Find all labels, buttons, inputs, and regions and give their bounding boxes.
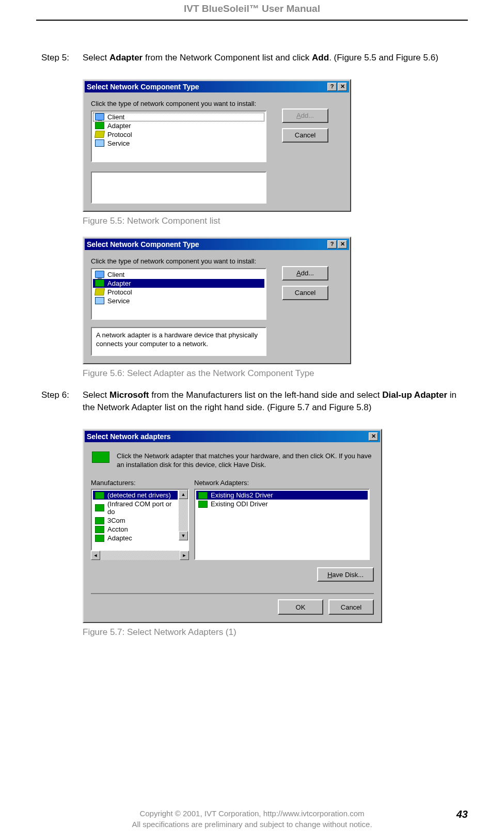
adapters-list[interactable]: Existing Ndis2 Driver Existing ODI Drive… [194, 489, 370, 560]
dialog-56-list[interactable]: Client Adapter Protocol Service [91, 268, 266, 320]
scroll-down-icon[interactable]: ▼ [179, 531, 188, 540]
list-item-service[interactable]: Service [93, 297, 264, 305]
page-content: Step 5: Select Adapter from the Network … [0, 21, 504, 637]
step5-b2: Add [312, 53, 329, 63]
ok-button[interactable]: OK [278, 599, 323, 615]
have-disk-button[interactable]: Have Disk... [317, 567, 374, 582]
scroll-right-icon[interactable]: ► [180, 551, 189, 560]
help-icon[interactable]: ? [327, 240, 337, 248]
mfr3: Accton [107, 525, 128, 533]
scroll-up-icon[interactable]: ▲ [179, 490, 188, 499]
dialog-55-desc-empty [91, 172, 266, 204]
scroll-track-h[interactable] [100, 551, 180, 560]
step-5-label: Step 5: [41, 52, 83, 65]
step6-mid: from the Manufacturers list on the left-… [149, 390, 382, 400]
service-icon [95, 297, 104, 304]
protocol-icon [94, 131, 105, 138]
footer-line1: Copyright © 2001, IVT Corporation, http:… [36, 808, 468, 819]
adp-item-ndis2[interactable]: Existing Ndis2 Driver [196, 491, 368, 500]
close-icon[interactable]: ✕ [338, 83, 347, 91]
item-protocol-label: Protocol [107, 131, 132, 138]
adapter-icon [95, 122, 104, 129]
item56-protocol: Protocol [107, 288, 132, 296]
adapter-icon [95, 526, 104, 533]
step6-pre: Select [83, 390, 109, 400]
dialog-56-instruction: Click the type of network component you … [91, 257, 343, 265]
dialog-55: Select Network Component Type ? ✕ Click … [83, 79, 351, 212]
step-6-label: Step 6: [41, 389, 83, 414]
mfr2: 3Com [107, 517, 125, 524]
monitor-icon [95, 113, 104, 120]
cancel-button[interactable]: Cancel [328, 599, 374, 615]
dialog-57-title: Select Network adapters [87, 432, 171, 441]
help-icon[interactable]: ? [327, 83, 337, 91]
list-item-protocol[interactable]: Protocol [93, 288, 264, 297]
mfr-item-adaptec[interactable]: Adaptec [93, 534, 178, 542]
adapter-large-icon [92, 452, 109, 463]
page-footer: Copyright © 2001, IVT Corporation, http:… [0, 808, 504, 830]
adapters-label: Network Adapters: [194, 479, 370, 487]
dialog-55-titlebar: Select Network Component Type ? ✕ [85, 81, 349, 92]
step-5: Step 5: Select Adapter from the Network … [41, 52, 463, 65]
dialog-55-list[interactable]: Client Adapter Protocol Service [91, 111, 266, 162]
dialog-57-intro: Click the Network adapter that matches y… [117, 452, 373, 470]
dialog-56-title: Select Network Component Type [87, 240, 199, 248]
mfr-item-accton[interactable]: Accton [93, 525, 178, 534]
adapter-icon [95, 492, 104, 499]
adapter-icon [95, 504, 104, 511]
dialog-56-desc: A network adapter is a hardware device t… [91, 327, 266, 356]
mfr-item-3com[interactable]: 3Com [93, 516, 178, 525]
adp-item-odi[interactable]: Existing ODI Driver [196, 500, 368, 508]
adp0: Existing Ndis2 Driver [211, 491, 273, 499]
close-icon[interactable]: ✕ [338, 240, 347, 248]
close-icon[interactable]: ✕ [369, 432, 378, 441]
manufacturers-label: Manufacturers: [91, 479, 189, 487]
page-header-title: IVT BlueSoleil™ User Manual [0, 0, 504, 14]
dialog-56-titlebar: Select Network Component Type ? ✕ [85, 239, 349, 250]
step5-pre: Select [83, 53, 109, 63]
dialog-55-cancel-button[interactable]: Cancel [282, 128, 328, 143]
manufacturers-list[interactable]: (detected net drivers) (Infrared COM por… [91, 489, 189, 551]
list-item-protocol[interactable]: Protocol [93, 130, 264, 139]
mfr1: (Infrared COM port or do [107, 500, 176, 516]
step5-after: . (Figure 5.5 and Figure 5.6) [329, 53, 438, 63]
item-adapter-label: Adapter [107, 122, 131, 130]
dialog-57-titlebar: Select Network adapters ✕ [85, 431, 380, 442]
mfr4: Adaptec [107, 534, 132, 542]
service-icon [95, 139, 104, 147]
mfr-item-infrared[interactable]: (Infrared COM port or do [93, 500, 178, 516]
dialog-55-instruction: Click the type of network component you … [91, 100, 343, 107]
dialog-55-add-button[interactable]: Add... [282, 108, 328, 123]
item56-client: Client [107, 271, 124, 278]
adapter-icon [95, 279, 104, 287]
item-client-label: Client [107, 113, 124, 121]
step-5-text: Select Adapter from the Network Componen… [83, 52, 463, 65]
scroll-track[interactable] [179, 499, 188, 531]
list-item-client[interactable]: Client [93, 113, 264, 121]
dialog-56-add-button[interactable]: Add... [282, 266, 328, 281]
item56-adapter: Adapter [107, 279, 131, 287]
figure-55-caption: Figure 5.5: Network Component list [83, 216, 463, 226]
step-6-text: Select Microsoft from the Manufacturers … [83, 389, 463, 414]
adapter-icon [95, 535, 104, 542]
dialog-57: Select Network adapters ✕ Click the Netw… [83, 429, 382, 623]
monitor-icon [95, 271, 104, 278]
page-number: 43 [456, 808, 468, 820]
mfr0: (detected net drivers) [107, 491, 171, 499]
step6-b2: Dial-up Adapter [382, 390, 447, 400]
list-item-client[interactable]: Client [93, 270, 264, 279]
adapter-icon [198, 492, 208, 499]
protocol-icon [94, 288, 105, 295]
list-item-service[interactable]: Service [93, 139, 264, 148]
adapter-icon [95, 517, 104, 524]
scroll-left-icon[interactable]: ◄ [91, 551, 100, 560]
dialog-56-cancel-button[interactable]: Cancel [282, 286, 328, 300]
list-item-adapter[interactable]: Adapter [93, 279, 264, 288]
step5-b1: Adapter [109, 53, 143, 63]
item-service-label: Service [107, 139, 130, 147]
step6-b1: Microsoft [109, 390, 149, 400]
list-item-adapter[interactable]: Adapter [93, 121, 264, 130]
footer-line2: All specifications are preliminary and s… [36, 819, 468, 830]
mfr-item-detected[interactable]: (detected net drivers) [93, 491, 178, 500]
adapter-icon [198, 501, 208, 508]
